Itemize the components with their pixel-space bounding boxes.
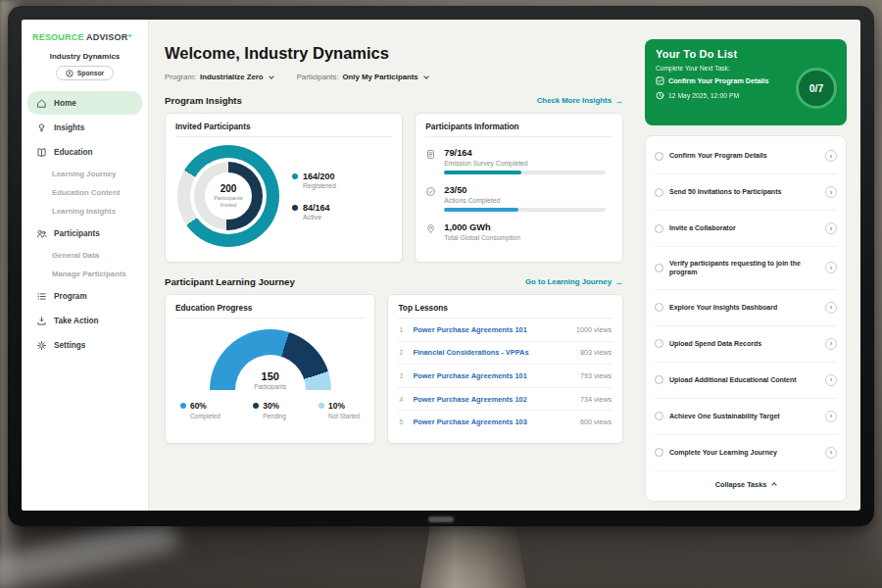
page-title: Welcome, Industry Dynamics [165,44,623,63]
learning-journey-title: Participant Learning Journey [165,276,295,287]
invited-donut-ring-outer: 200 Participants Invited [177,145,279,247]
participants-filter-label: Participants: [297,73,339,81]
invited-donut-center: 200 Participants Invited [205,172,252,220]
todo-tasks-card: Confirm Your Program Details › Send 50 I… [645,135,847,502]
program-filter-label: Program: [165,73,196,81]
todo-progress-badge: 0/7 [796,68,837,109]
invited-donut-ring-inner: 200 Participants Invited [194,162,263,230]
chevron-right-icon[interactable]: › [825,374,837,386]
task-checkbox[interactable] [655,224,663,233]
participants-filter-value: Only My Participants [343,73,418,81]
task-row-invite-collaborator[interactable]: Invite a Collaborator › [655,211,837,247]
todo-title: Your To Do List [656,48,836,60]
background-scene: RESOURCE ADVISOR+ Industry Dynamics Spon… [0,0,882,588]
clock-icon [656,91,664,100]
sidebar-item-home[interactable]: Home [27,91,142,115]
chevron-right-icon[interactable]: › [825,411,837,422]
logo-secondary: ADVISOR [86,32,127,42]
program-filter-dropdown[interactable]: Program: Industrialize Zero [165,73,273,81]
education-gauge-center: 150 Participants [210,370,331,390]
program-filter-value: Industrialize Zero [200,73,264,81]
chevron-right-icon[interactable]: › [825,302,837,314]
sidebar: RESOURCE ADVISOR+ Industry Dynamics Spon… [22,20,149,511]
chevron-right-icon[interactable]: › [825,186,837,198]
list-icon [36,291,47,302]
lesson-link[interactable]: Power Purchase Agreements 101 [413,325,569,334]
check-circle-icon [425,186,436,212]
sidebar-item-take-action[interactable]: Take Action [27,309,142,332]
task-row-explore-insights[interactable]: Explore Your Insights Dashboard › [655,290,837,326]
task-checkbox[interactable] [655,448,663,457]
lesson-link[interactable]: Financial Considerations - VPPAs [413,348,573,357]
lesson-link[interactable]: Power Purchase Agreements 103 [413,417,573,426]
sidebar-item-participants[interactable]: Participants [27,221,142,245]
task-row-complete-learning-journey[interactable]: Complete Your Learning Journey › [655,435,837,470]
task-row-upload-spend-data[interactable]: Upload Spend Data Records › [655,326,837,363]
education-gauge-chart: 150 Participants [210,329,331,390]
survey-document-icon [425,149,436,174]
legend-pending: 30% Pending [253,401,285,419]
task-checkbox[interactable] [655,303,663,312]
sponsor-badge[interactable]: Sponsor [56,66,115,80]
task-checkbox[interactable] [655,188,663,197]
gear-icon [36,340,47,351]
download-icon [36,316,47,326]
lesson-link[interactable]: Power Purchase Agreements 102 [413,395,573,404]
task-row-verify-participants[interactable]: Verify participants requesting to join t… [655,247,837,290]
task-checkbox[interactable] [655,152,663,161]
emission-survey-progress-bar [444,171,606,174]
task-checkbox[interactable] [655,339,663,348]
sidebar-item-manage-participants[interactable]: Manage Participants [22,265,148,283]
lesson-row: 5 Power Purchase Agreements 103 600 view… [398,411,612,433]
chevron-right-icon[interactable]: › [825,262,837,273]
logo-primary: RESOURCE [32,32,84,42]
chevron-right-icon[interactable]: › [825,447,837,459]
sidebar-item-learning-insights[interactable]: Learning Insights [22,202,148,220]
chevron-right-icon[interactable]: › [825,150,837,162]
todo-summary-card: Your To Do List Complete Your Next Task:… [645,39,847,125]
sidebar-item-learning-journey[interactable]: Learning Journey [22,165,148,183]
legend-completed: 60% Completed [180,401,220,419]
main-content: Welcome, Industry Dynamics Program: Indu… [149,20,637,511]
legend-dot-active [292,205,298,211]
program-insights-title: Program Insights [165,95,242,106]
monitor-brand-mark [428,516,454,522]
sidebar-item-settings[interactable]: Settings [27,333,142,357]
chevron-right-icon[interactable]: › [825,338,837,350]
participants-filter-dropdown[interactable]: Participants: Only My Participants [297,73,428,81]
sidebar-item-general-data[interactable]: General Data [22,246,148,265]
participants-information-card: Participants Information 79/164 Emission… [415,113,623,263]
sidebar-item-education-content[interactable]: Education Content [22,183,148,202]
collapse-tasks-link[interactable]: Collapse Tasks [655,470,837,499]
sidebar-item-insights[interactable]: Insights [27,116,142,139]
logo-plus: + [127,32,131,39]
task-row-send-invitations[interactable]: Send 50 Invitations to Participants › [655,174,837,211]
invited-participants-card: Invited Participants 200 Participants In… [165,113,403,263]
education-gauge-legend: 60% Completed 30% Pending 10% Not Starte… [175,401,365,419]
monitor-stand [420,526,526,588]
arrow-right-icon: → [614,277,623,287]
sponsor-person-icon [66,70,74,77]
check-more-insights-link[interactable]: Check More Insights → [537,96,623,106]
task-checkbox[interactable] [655,375,663,384]
legend-dot-pending [253,403,259,409]
legend-dot-not-started [318,403,324,409]
todo-next-task: Confirm Your Program Details [656,76,805,85]
task-row-confirm-program-details[interactable]: Confirm Your Program Details › [655,138,837,174]
lesson-link[interactable]: Power Purchase Agreements 101 [413,371,573,380]
recent-news-card: Recent News [645,510,847,511]
book-icon [36,147,47,158]
chevron-right-icon[interactable]: › [825,222,837,234]
task-row-achieve-sustainability-target[interactable]: Achieve One Sustainability Target › [655,399,837,435]
stat-actions-completed: 23/50 Actions Completed [425,185,612,212]
education-progress-card: Education Progress 150 Participants 60 [165,294,375,444]
legend-not-started: 10% Not Started [318,401,360,419]
go-to-learning-journey-link[interactable]: Go to Learning Journey → [525,277,623,287]
learning-journey-header: Participant Learning Journey Go to Learn… [165,276,623,287]
task-row-upload-educational-content[interactable]: Upload Additional Educational Content › [655,363,837,399]
task-checkbox[interactable] [655,412,663,420]
sidebar-item-program[interactable]: Program [27,284,142,308]
task-checkbox[interactable] [655,264,663,272]
legend-active: 84/164 Active [292,203,336,220]
sidebar-item-education[interactable]: Education [27,140,142,164]
